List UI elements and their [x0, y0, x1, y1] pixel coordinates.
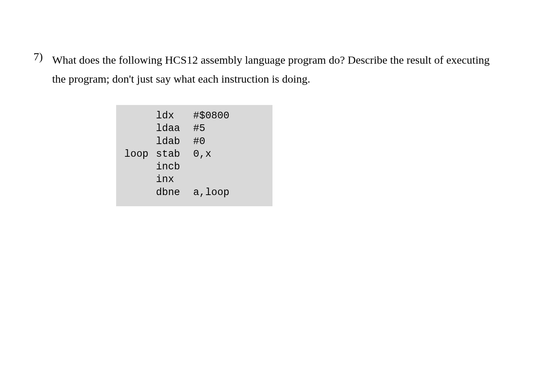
- code-operand: [193, 160, 272, 173]
- code-mnemonic: ldab: [156, 135, 193, 148]
- code-label: [116, 135, 156, 148]
- code-mnemonic: incb: [156, 160, 193, 173]
- code-line: ldx #$0800: [116, 109, 272, 122]
- code-mnemonic: inx: [156, 173, 193, 186]
- code-mnemonic: ldx: [156, 109, 193, 122]
- question-text: What does the following HCS12 assembly l…: [52, 50, 502, 88]
- code-mnemonic: stab: [156, 148, 193, 160]
- code-label: [116, 160, 156, 173]
- code-operand: #0: [193, 135, 272, 148]
- code-operand: #5: [193, 122, 272, 135]
- question-row: 7) What does the following HCS12 assembl…: [34, 50, 502, 88]
- code-operand: #$0800: [193, 109, 272, 122]
- code-label: loop: [116, 148, 156, 160]
- code-label: [116, 122, 156, 135]
- code-line: inx: [116, 173, 272, 186]
- question-container: 7) What does the following HCS12 assembl…: [34, 50, 502, 206]
- code-operand: [193, 173, 272, 186]
- code-operand: a,loop: [193, 186, 272, 199]
- code-mnemonic: ldaa: [156, 122, 193, 135]
- code-mnemonic: dbne: [156, 186, 193, 199]
- code-block: ldx #$0800 ldaa #5 ldab #0 loop stab 0,x…: [116, 105, 272, 206]
- code-label: [116, 109, 156, 122]
- code-line: ldab #0: [116, 135, 272, 148]
- code-line: incb: [116, 160, 272, 173]
- code-label: [116, 186, 156, 199]
- question-number: 7): [34, 50, 52, 63]
- code-operand: 0,x: [193, 148, 272, 160]
- code-label: [116, 173, 156, 186]
- code-line: loop stab 0,x: [116, 148, 272, 160]
- code-line: dbne a,loop: [116, 186, 272, 199]
- code-line: ldaa #5: [116, 122, 272, 135]
